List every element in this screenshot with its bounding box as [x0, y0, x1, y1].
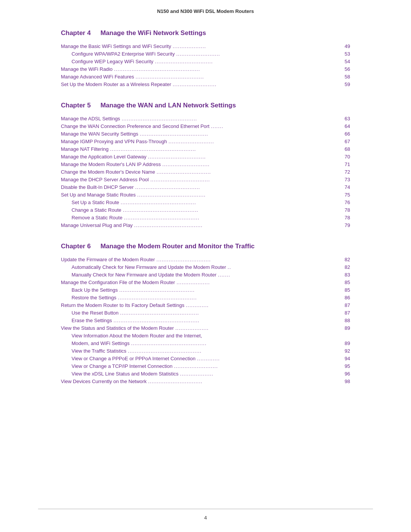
list-item[interactable]: Manage NAT Filtering....................…	[61, 145, 350, 153]
toc-link[interactable]: View or Change a TCP/IP Internet Connect…	[72, 363, 350, 369]
toc-link[interactable]: Restore the Settings....................…	[72, 295, 350, 300]
toc-link[interactable]: Manage the DHCP Server Address Pool.....…	[61, 177, 350, 182]
toc-page-number: 49	[345, 43, 350, 49]
list-item[interactable]: Update the Firmware of the Modem Router.…	[61, 256, 350, 263]
toc-entry-title: Manage the Basic WiFi Settings and WiFi …	[61, 43, 171, 49]
toc-link[interactable]: Configure WPA/WPA2 Enterprise WiFi Secur…	[72, 51, 350, 57]
list-item[interactable]: View or Change a TCP/IP Internet Connect…	[61, 362, 350, 370]
list-item[interactable]: Manage the WAN Security Settings........…	[61, 130, 350, 137]
toc-link[interactable]: Manage the Modem Router's LAN IP Address…	[61, 161, 350, 167]
toc-link[interactable]: Manage the WAN Security Settings........…	[61, 131, 350, 137]
list-item[interactable]: Return the Modem Router to Its Factory D…	[61, 301, 350, 309]
list-item[interactable]: Manage the Application Level Gateway....…	[61, 153, 350, 160]
list-item[interactable]: View the Status and Statistics of the Mo…	[61, 324, 350, 332]
toc-link[interactable]: Automatically Check for New Firmware and…	[72, 264, 350, 270]
list-item[interactable]: Manage the Modem Router's LAN IP Address…	[61, 160, 350, 168]
toc-link[interactable]: Manage the Configuration File of the Mod…	[61, 280, 350, 285]
toc-page-number: 92	[345, 348, 350, 354]
list-item[interactable]: View the Traffic Statistics.............…	[61, 347, 350, 355]
footer-line	[38, 509, 373, 509]
toc-link[interactable]: Remove a Static Route...................…	[72, 215, 350, 220]
list-item[interactable]: Set Up a Static Route...................…	[61, 198, 350, 206]
toc-page-number: 68	[345, 146, 350, 152]
list-item[interactable]: Manage the Configuration File of the Mod…	[61, 278, 350, 286]
toc-dots: ...................	[175, 325, 343, 331]
toc-link[interactable]: Manage the ADSL Settings................…	[61, 116, 350, 121]
toc-link[interactable]: Manage NAT Filtering....................…	[61, 146, 350, 152]
toc-link[interactable]: Manage the Basic WiFi Settings and WiFi …	[61, 43, 350, 49]
toc-entry-title: Configure WEP Legacy WiFi Security	[72, 59, 153, 64]
list-item[interactable]: Change the WAN Connection Preference and…	[61, 122, 350, 130]
toc-link[interactable]: Change the Modem Router's Device Name...…	[61, 169, 350, 175]
toc-link[interactable]: Return the Modem Router to Its Factory D…	[61, 302, 350, 308]
toc-link[interactable]: Set Up the Modem Router as a Wireless Re…	[61, 81, 350, 87]
toc-dots: .......................................	[134, 222, 343, 228]
list-item[interactable]: Manage Advanced WiFi Features...........…	[61, 73, 350, 80]
list-item[interactable]: Change a Static Route...................…	[61, 206, 350, 214]
header-title: N150 and N300 WiFi DSL Modem Routers	[157, 8, 254, 14]
toc-link[interactable]: View Information About the Modem Router …	[72, 333, 350, 339]
list-item[interactable]: Modem, and WiFi Settings................…	[61, 339, 350, 347]
list-item[interactable]: Manage the Basic WiFi Settings and WiFi …	[61, 42, 350, 50]
toc-page-number: 83	[345, 272, 350, 278]
list-item[interactable]: Manage Universal Plug and Play..........…	[61, 221, 350, 229]
toc-link[interactable]: View the Traffic Statistics.............…	[72, 348, 350, 354]
list-item[interactable]: View Devices Currently on the Network...…	[61, 377, 350, 385]
list-item[interactable]: View the xDSL Line Status and Modem Stat…	[61, 370, 350, 377]
list-item[interactable]: Manually Check for New Firmware and Upda…	[61, 271, 350, 278]
toc-page-number: 75	[345, 192, 350, 198]
toc-dots: .................................	[155, 59, 343, 64]
toc-link[interactable]: Manage IGMP Proxying and VPN Pass-Throug…	[61, 139, 350, 144]
toc-link[interactable]: View or Change a PPPoE or PPPoA Internet…	[72, 356, 350, 361]
toc-link[interactable]: Change a Static Route...................…	[72, 207, 350, 213]
list-item[interactable]: Use the Reset Button....................…	[61, 309, 350, 316]
list-item[interactable]: Set Up the Modem Router as a Wireless Re…	[61, 80, 350, 88]
toc-link[interactable]: Set Up a Static Route...................…	[72, 200, 350, 205]
list-item[interactable]: View or Change a PPPoE or PPPoA Internet…	[61, 355, 350, 362]
list-item[interactable]: Remove a Static Route...................…	[61, 214, 350, 221]
list-item[interactable]: View Information About the Modem Router …	[61, 332, 350, 339]
toc-entry-title: Set Up the Modem Router as a Wireless Re…	[61, 81, 171, 87]
toc-dots: ..	[228, 264, 343, 270]
toc-entry-title: View or Change a TCP/IP Internet Connect…	[72, 363, 172, 369]
toc-page-number: 66	[345, 131, 350, 137]
list-item[interactable]: Change the Modem Router's Device Name...…	[61, 168, 350, 176]
list-item[interactable]: Set Up and Manage Static Routes.........…	[61, 191, 350, 198]
toc-link[interactable]: Modem, and WiFi Settings................…	[72, 340, 350, 346]
toc-entry-title: Return the Modem Router to Its Factory D…	[61, 302, 184, 308]
toc-link[interactable]: Change the WAN Connection Preference and…	[61, 123, 350, 129]
list-item[interactable]: Automatically Check for New Firmware and…	[61, 263, 350, 271]
list-item[interactable]: Erase the Settings......................…	[61, 316, 350, 324]
toc-link[interactable]: Manage Advanced WiFi Features...........…	[61, 74, 350, 80]
list-item[interactable]: Configure WPA/WPA2 Enterprise WiFi Secur…	[61, 50, 350, 58]
list-item[interactable]: Disable the Built-In DHCP Server........…	[61, 183, 350, 191]
toc-link[interactable]: Update the Firmware of the Modem Router.…	[61, 257, 350, 262]
toc-dots: .........................	[176, 51, 343, 57]
toc-link[interactable]: Use the Reset Button....................…	[72, 310, 350, 316]
toc-link[interactable]: View the xDSL Line Status and Modem Stat…	[72, 371, 350, 377]
toc-dots: ...................	[177, 280, 343, 285]
toc-link[interactable]: Back Up the Settings....................…	[72, 287, 350, 293]
list-item[interactable]: Manage IGMP Proxying and VPN Pass-Throug…	[61, 137, 350, 145]
toc-link[interactable]: Manage the WiFi Radio...................…	[61, 66, 350, 72]
list-item[interactable]: Back Up the Settings....................…	[61, 286, 350, 294]
list-item[interactable]: Manage the ADSL Settings................…	[61, 115, 350, 122]
toc-link[interactable]: View the Status and Statistics of the Mo…	[61, 325, 350, 331]
toc-page-number: 71	[345, 161, 350, 167]
toc-link[interactable]: Manage Universal Plug and Play..........…	[61, 222, 350, 228]
toc-link[interactable]: Disable the Built-In DHCP Server........…	[61, 184, 350, 190]
toc-link[interactable]: Manage the Application Level Gateway....…	[61, 154, 350, 160]
toc-page-number: 74	[345, 184, 350, 190]
list-item[interactable]: Manage the DHCP Server Address Pool.....…	[61, 176, 350, 183]
toc-entry-title: Set Up a Static Route	[72, 200, 119, 205]
list-item[interactable]: Configure WEP Legacy WiFi Security......…	[61, 58, 350, 65]
toc-link[interactable]: Erase the Settings......................…	[72, 318, 350, 323]
toc-link[interactable]: Configure WEP Legacy WiFi Security......…	[72, 59, 350, 64]
toc-page-number: 76	[345, 200, 350, 205]
list-item[interactable]: Restore the Settings....................…	[61, 294, 350, 301]
toc-link[interactable]: Manually Check for New Firmware and Upda…	[72, 272, 350, 278]
list-item[interactable]: Manage the WiFi Radio...................…	[61, 65, 350, 73]
chapter-heading-ch4: Chapter 4 Manage the WiFi Network Settin…	[61, 29, 350, 37]
toc-link[interactable]: View Devices Currently on the Network...…	[61, 379, 350, 384]
toc-link[interactable]: Set Up and Manage Static Routes.........…	[61, 192, 350, 198]
